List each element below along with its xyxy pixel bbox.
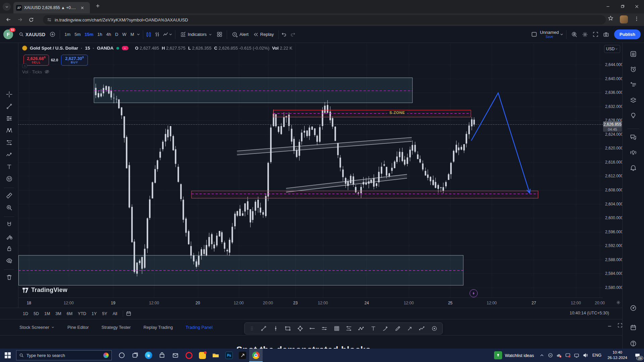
text-tool-icon[interactable] — [6, 164, 12, 170]
address-bar[interactable]: in.tradingview.com/chart/ZeVXyKXM/?symbo… — [43, 15, 606, 24]
tool-xabcd-pattern[interactable] — [5, 126, 13, 135]
browser-tab[interactable]: 17 XAUUSD 2,626.855 ▲ +0.38% U — [13, 2, 90, 13]
sidebar-notifications-bell[interactable] — [629, 164, 638, 172]
crosshair-icon[interactable] — [6, 91, 12, 98]
layout-box-icon[interactable] — [531, 31, 537, 38]
symbol-search-button[interactable]: XAUUSD — [16, 29, 48, 40]
panel-minimize-icon[interactable] — [607, 323, 612, 328]
sidebar-calendar[interactable] — [629, 323, 638, 332]
xabcd-pattern-icon[interactable] — [6, 127, 12, 134]
window-maximize-button[interactable] — [615, 0, 630, 13]
pattern-lines-icon[interactable] — [358, 325, 364, 331]
taskbar-app-black-app[interactable] — [236, 349, 249, 362]
tool-elliott-wave[interactable] — [5, 150, 13, 159]
action-center-icon[interactable]: 29 — [631, 349, 644, 362]
sell-button[interactable]: 2,626.680 SELL — [23, 55, 49, 66]
window-close-button[interactable] — [629, 0, 644, 13]
magnet-icon[interactable] — [6, 221, 12, 228]
range-1M[interactable]: 1M — [42, 310, 53, 317]
price-axis[interactable]: USD 2,644.0002,640.0002,636.0002,632.000… — [603, 43, 622, 298]
axis-settings-gear-icon[interactable] — [616, 300, 621, 305]
bookmark-star-icon[interactable] — [608, 15, 613, 21]
taskbar-app-photoshop[interactable]: Ps — [222, 349, 236, 362]
panel-maximize-icon[interactable] — [618, 323, 623, 328]
quick-search-icon[interactable] — [571, 32, 577, 38]
profile-avatar[interactable]: F11 — [3, 29, 13, 39]
vertical-line-icon[interactable] — [273, 325, 279, 331]
calendar-icon[interactable] — [630, 324, 637, 331]
emoji-icon[interactable] — [6, 176, 12, 182]
indicators-button[interactable]: Indicators — [178, 29, 215, 40]
sidebar-gauge[interactable] — [629, 304, 638, 312]
timeframe-15m[interactable]: 15m — [83, 30, 95, 39]
tool-zoom-in[interactable] — [5, 203, 13, 212]
sidebar-chat[interactable] — [629, 133, 638, 141]
sidebar-streams[interactable] — [629, 148, 638, 157]
taskbar-app-taskview[interactable] — [128, 349, 142, 362]
window-minimize-button[interactable] — [600, 0, 615, 13]
style-chevron-icon[interactable] — [168, 32, 173, 37]
tool-text-tool[interactable] — [5, 162, 13, 171]
layout-chevron-icon[interactable] — [559, 32, 564, 37]
timeframe-M[interactable]: M — [128, 30, 136, 39]
bars-style-icon[interactable] — [154, 32, 160, 37]
go-to-date-icon[interactable] — [126, 311, 131, 316]
tool-lock[interactable] — [5, 244, 13, 253]
parallel-channel-icon[interactable] — [321, 325, 327, 331]
taskbar-app-edge[interactable]: e — [142, 349, 155, 362]
tool-emoji[interactable] — [5, 174, 13, 183]
fib-retracement-icon[interactable] — [346, 325, 352, 331]
help-icon[interactable] — [630, 340, 637, 347]
timeframe-1m[interactable]: 1m — [62, 30, 72, 39]
new-tab-icon[interactable] — [95, 3, 100, 8]
watchlist-ideas-widget[interactable]: Watchlist ideas — [491, 349, 537, 362]
buy-button[interactable]: 2,627.300 BUY — [61, 55, 88, 66]
trend-line-icon[interactable] — [6, 103, 12, 110]
arrow-marker-icon[interactable] — [407, 325, 413, 331]
range-1D[interactable]: 1D — [20, 310, 31, 317]
compare-plus-icon[interactable] — [50, 32, 55, 37]
browser-avatar[interactable] — [620, 15, 628, 23]
replay-button[interactable]: Replay — [251, 29, 276, 40]
settings-gear-icon[interactable] — [582, 32, 588, 38]
tray-volume-icon[interactable] — [581, 349, 590, 362]
sidebar-alerts-clock[interactable] — [629, 65, 638, 74]
flash-event-icon[interactable] — [470, 289, 478, 297]
rectangle-icon[interactable] — [285, 325, 291, 331]
streams-icon[interactable] — [630, 149, 637, 156]
hide-drawings-icon[interactable] — [6, 257, 12, 264]
sidebar-ideas-bulb[interactable] — [629, 111, 638, 120]
lock-icon[interactable] — [6, 245, 12, 252]
timeframe-chevron-icon[interactable] — [136, 32, 141, 37]
elliott-wave-icon[interactable] — [6, 152, 12, 158]
eye-off-icon[interactable] — [44, 69, 50, 74]
browser-menu-icon[interactable] — [634, 16, 639, 21]
redo-icon[interactable] — [290, 32, 296, 37]
tray-network-icon[interactable] — [572, 349, 581, 362]
tool-magnet[interactable] — [5, 220, 13, 229]
tool-trend-line[interactable] — [5, 102, 13, 111]
taskbar-search-input[interactable]: Type here to search — [16, 350, 112, 360]
fib-retracement-icon[interactable] — [6, 139, 12, 146]
tool-trash[interactable] — [5, 273, 13, 282]
tool-fib-retracement[interactable] — [5, 138, 13, 147]
drag-handle-icon[interactable] — [250, 326, 254, 331]
polygon-icon[interactable] — [297, 325, 303, 331]
reload-icon[interactable] — [25, 15, 37, 25]
timeframe-W[interactable]: W — [120, 30, 128, 39]
taskbar-app-mail[interactable] — [169, 349, 182, 362]
back-icon[interactable] — [3, 15, 14, 25]
start-button[interactable] — [0, 349, 15, 362]
templates-grid-icon[interactable] — [217, 32, 222, 37]
object-tree-icon[interactable] — [630, 97, 637, 104]
zoom-in-icon[interactable] — [6, 204, 12, 211]
language-indicator[interactable]: ENG — [590, 353, 604, 358]
drawing-lock-icon[interactable] — [6, 233, 12, 240]
range-3M[interactable]: 3M — [53, 310, 64, 317]
tray-teams-icon[interactable] — [546, 349, 555, 362]
session-clock[interactable]: 10:40:14 (UTC+5:30) — [570, 311, 609, 315]
horizontal-ray-icon[interactable] — [309, 325, 315, 331]
hidden-volume-study[interactable]: Vol · Ticks — [22, 69, 50, 74]
tray-cloud-error-icon[interactable] — [555, 349, 564, 362]
gauge-icon[interactable] — [630, 305, 637, 311]
